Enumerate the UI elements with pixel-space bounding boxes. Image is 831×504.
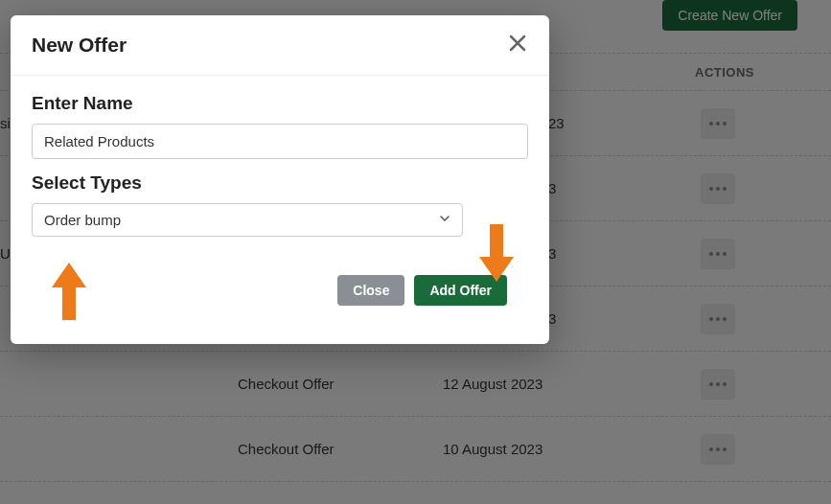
modal-footer: Close Add Offer	[32, 275, 528, 323]
types-field-label: Select Types	[32, 172, 528, 194]
close-button[interactable]: Close	[337, 275, 404, 306]
close-icon[interactable]	[507, 33, 528, 57]
types-select-wrap: Order bump	[32, 203, 463, 237]
modal-body: Enter Name Select Types Order bump Close…	[11, 76, 549, 344]
types-select[interactable]: Order bump	[32, 203, 463, 237]
name-input[interactable]	[32, 124, 528, 159]
modal-title: New Offer	[32, 34, 127, 57]
new-offer-modal: New Offer Enter Name Select Types Order …	[11, 15, 549, 344]
add-offer-button[interactable]: Add Offer	[414, 275, 507, 306]
name-field-label: Enter Name	[32, 93, 528, 114]
modal-header: New Offer	[11, 15, 549, 76]
